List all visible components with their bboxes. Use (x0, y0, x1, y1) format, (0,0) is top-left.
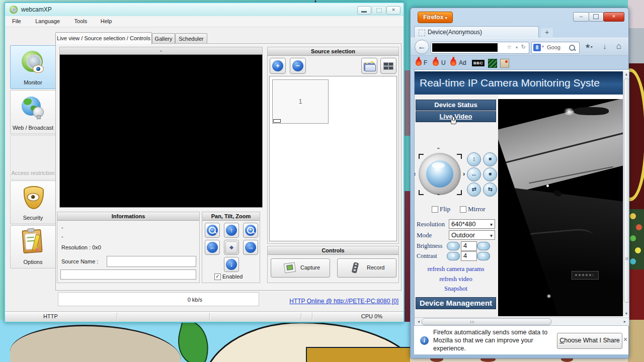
zoom-out-button[interactable]: − (205, 223, 220, 238)
zoom-in-button[interactable]: + (243, 223, 258, 238)
joystick-up-arrow[interactable]: ˆ (437, 147, 439, 154)
add-source-button[interactable]: + (270, 58, 286, 74)
vertical-scrollbar[interactable]: ▲ ▼ (623, 71, 629, 316)
flame-icon[interactable] (450, 59, 456, 66)
scroll-left-arrow[interactable]: ◄ (416, 320, 422, 323)
remove-source-button[interactable]: − (290, 58, 306, 74)
bookmark-favicon-map[interactable] (500, 59, 509, 68)
minimize-button[interactable] (357, 6, 371, 15)
source-list[interactable]: 1 (269, 76, 397, 241)
firefox-app-button[interactable]: Firefox ▾ (418, 12, 453, 23)
tab-scheduler[interactable]: Scheduler (175, 33, 207, 44)
layout-grid-button[interactable] (380, 58, 396, 74)
record-button[interactable]: Record (337, 258, 396, 278)
bookmark-item-u[interactable]: U (441, 59, 446, 66)
scroll-up-arrow[interactable]: ▲ (623, 72, 629, 76)
source-name-input[interactable] (107, 256, 196, 267)
webcamxp-titlebar[interactable]: webcamXP × (5, 3, 404, 17)
sidebar-item-monitor[interactable]: Monitor (10, 45, 56, 89)
new-tab-button[interactable]: + (541, 28, 553, 37)
search-engine-dropdown-icon[interactable]: ▾ (542, 44, 544, 49)
close-button[interactable]: × (603, 12, 624, 22)
joystick-down-arrow[interactable]: ˇ (437, 193, 439, 201)
refresh-params-link[interactable]: refresh camera params (415, 265, 497, 273)
history-dropdown-icon[interactable]: ▾ (516, 45, 518, 50)
ir-on-button[interactable]: ⇄ (467, 183, 481, 197)
scroll-right-arrow[interactable]: ► (622, 320, 628, 323)
sidebar-item-security[interactable]: Security (10, 180, 56, 224)
snapshot-link[interactable]: Snapshot (415, 285, 497, 293)
wallpaper-shape (628, 209, 644, 269)
maximize-button[interactable] (589, 12, 604, 22)
brightness-decrease-button[interactable]: − (477, 242, 490, 250)
plus-icon: + (272, 60, 283, 71)
bookmark-item-bbc[interactable]: BBC (472, 60, 485, 66)
search-magnifier-icon[interactable] (569, 45, 575, 51)
vertical-scroll-thumb[interactable] (624, 78, 629, 303)
open-folder-button[interactable] (361, 58, 377, 74)
menu-file[interactable]: File (12, 16, 21, 24)
horizontal-scrollbar[interactable]: ◄ ► (415, 317, 629, 325)
bookmarks-button[interactable]: ★▾ (582, 40, 596, 53)
back-button[interactable]: ← (415, 40, 429, 54)
search-engine-icon[interactable]: 8 (533, 44, 541, 51)
contrast-increase-button[interactable]: + (447, 252, 460, 260)
search-box[interactable]: 8 ▾ Goog (531, 42, 580, 54)
downloads-button[interactable]: ↓ (600, 40, 610, 53)
sidebar-item-web-broadcast[interactable]: Web / Broadcast (10, 90, 56, 134)
bookmark-favicon-green[interactable] (488, 59, 497, 68)
device-status-button[interactable]: Device Status (416, 100, 496, 111)
joystick-left-arrow[interactable]: ‹ (414, 170, 416, 177)
http-online-link[interactable]: HTTP Online @ http://PETE-PC:8080 [0] (289, 298, 398, 305)
choose-what-i-share-button[interactable]: Choose What I Share (557, 333, 622, 349)
stop-vertical-patrol-button[interactable]: ■ (483, 152, 497, 166)
enabled-checkbox[interactable]: ✓ (214, 274, 221, 280)
flame-icon[interactable] (433, 59, 439, 66)
pan-right-button[interactable]: → (243, 240, 258, 255)
tilt-up-button[interactable]: ↑ (224, 223, 239, 238)
bookmark-star-icon[interactable]: ☆ (507, 44, 512, 50)
close-button[interactable]: × (386, 6, 400, 15)
ir-off-button[interactable]: ⇆ (483, 183, 497, 197)
menu-tools[interactable]: Tools (74, 16, 88, 24)
joystick-right-arrow[interactable]: › (463, 170, 465, 177)
horizontal-patrol-button[interactable]: ↔ (467, 167, 481, 182)
tab-gallery[interactable]: Gallery (152, 33, 175, 44)
minimize-button[interactable]: – (573, 12, 589, 22)
ptz-joystick[interactable]: ˆ ˇ ‹ › (415, 149, 465, 199)
flame-icon[interactable] (416, 59, 422, 66)
source-extra-input[interactable] (60, 269, 196, 280)
source-thumbnail-1[interactable]: 1 (272, 79, 329, 124)
stop-horizontal-patrol-button[interactable]: ■ (483, 167, 497, 182)
scroll-down-arrow[interactable]: ▼ (623, 312, 629, 315)
bookmark-item-f[interactable]: F (424, 59, 427, 66)
vertical-patrol-button[interactable]: ↕ (467, 152, 481, 166)
bookmark-item-ad[interactable]: Ad (459, 59, 466, 66)
home-button[interactable]: ⌂ (613, 40, 625, 53)
maximize-button[interactable] (372, 6, 386, 15)
menu-language[interactable]: Language (35, 16, 60, 24)
center-button[interactable]: ◆ (224, 240, 239, 255)
sidebar-label: Monitor (11, 79, 55, 85)
source-selection-panel: Source selection + − (267, 47, 399, 244)
sidebar-item-options[interactable]: Options (10, 225, 56, 268)
flip-checkbox[interactable] (432, 206, 438, 213)
horizontal-scroll-thumb[interactable] (422, 318, 551, 325)
video-preview[interactable] (59, 54, 263, 208)
resolution-select[interactable]: 640*480 ▾ (449, 219, 495, 229)
contrast-decrease-button[interactable]: − (477, 252, 490, 260)
brightness-increase-button[interactable]: + (447, 242, 460, 250)
mode-select[interactable]: Outdoor ▾ (449, 230, 495, 240)
browser-tab[interactable]: Device(Anonymous) (414, 26, 539, 38)
device-management-button[interactable]: Device Management (416, 297, 496, 309)
url-bar[interactable]: ☆ ▾ ↻ (431, 42, 529, 54)
menu-help[interactable]: Help (101, 16, 112, 24)
notification-close-icon[interactable]: × (623, 335, 627, 343)
capture-button[interactable]: Capture (271, 258, 330, 278)
mirror-checkbox[interactable] (460, 206, 466, 213)
refresh-video-link[interactable]: refresh video (415, 276, 497, 283)
reload-icon[interactable]: ↻ (521, 44, 526, 50)
tab-live-view[interactable]: Live view / Source selection / Controls (55, 32, 152, 44)
pan-left-button[interactable]: ← (205, 240, 220, 255)
tilt-down-button[interactable]: ↓ (224, 257, 239, 272)
